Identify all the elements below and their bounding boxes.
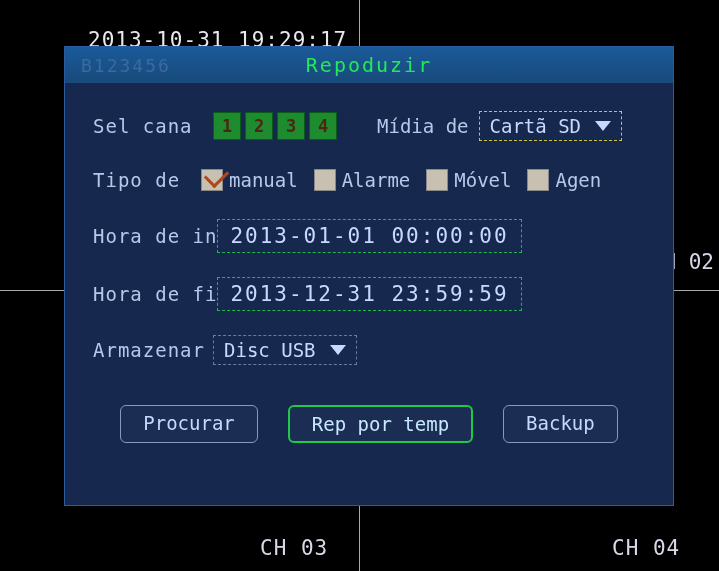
play-by-time-button[interactable]: Rep por temp bbox=[288, 405, 473, 443]
channel-button-group: 1 2 3 4 bbox=[213, 112, 337, 140]
end-time-label: Hora de fi bbox=[93, 283, 217, 305]
alarme-label: Alarme bbox=[342, 169, 411, 191]
channel-2-button[interactable]: 2 bbox=[245, 112, 273, 140]
storage-label: Armazenar bbox=[93, 339, 213, 361]
search-button[interactable]: Procurar bbox=[120, 405, 258, 443]
media-dropdown[interactable]: Cartã SD bbox=[479, 111, 623, 141]
channel-1-button[interactable]: 1 bbox=[213, 112, 241, 140]
chevron-down-icon bbox=[595, 121, 611, 131]
movel-label: Móvel bbox=[454, 169, 511, 191]
manual-label: manual bbox=[229, 169, 298, 191]
alarme-checkbox[interactable] bbox=[314, 169, 336, 191]
channel-3-button[interactable]: 3 bbox=[277, 112, 305, 140]
sel-channel-label: Sel cana bbox=[93, 115, 213, 137]
channel-04-label: CH 04 bbox=[612, 536, 680, 560]
type-label: Tipo de bbox=[93, 169, 201, 191]
agen-label: Agen bbox=[555, 169, 601, 191]
channel-4-button[interactable]: 4 bbox=[309, 112, 337, 140]
backup-button[interactable]: Backup bbox=[503, 405, 618, 443]
manual-checkbox[interactable] bbox=[201, 169, 223, 191]
storage-value: Disc USB bbox=[224, 339, 316, 361]
movel-checkbox[interactable] bbox=[426, 169, 448, 191]
chevron-down-icon bbox=[330, 345, 346, 355]
media-value: Cartã SD bbox=[490, 115, 582, 137]
playback-dialog: B123456 Repoduzir Sel cana 1 2 3 4 Mídia… bbox=[64, 46, 674, 506]
device-id: B123456 bbox=[81, 55, 171, 76]
start-time-field[interactable]: 2013-01-01 00:00:00 bbox=[217, 219, 521, 253]
titlebar: B123456 Repoduzir bbox=[65, 47, 673, 83]
media-label: Mídia de bbox=[377, 115, 469, 137]
start-time-label: Hora de in bbox=[93, 225, 217, 247]
agen-checkbox[interactable] bbox=[527, 169, 549, 191]
end-time-field[interactable]: 2013-12-31 23:59:59 bbox=[217, 277, 521, 311]
channel-03-label: CH 03 bbox=[260, 536, 328, 560]
storage-dropdown[interactable]: Disc USB bbox=[213, 335, 357, 365]
